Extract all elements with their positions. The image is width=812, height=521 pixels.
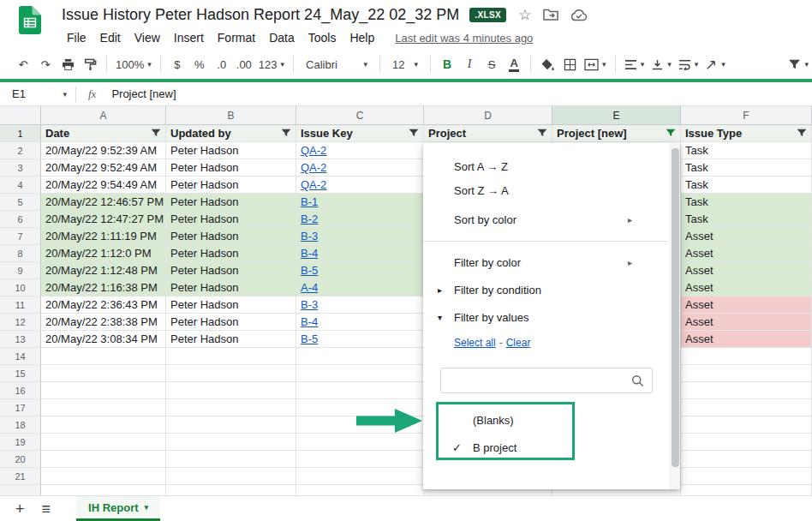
filter-icon[interactable] — [151, 129, 161, 138]
cell[interactable]: 20/May/22 1:12:0 PM — [41, 245, 166, 262]
cell[interactable]: Asset — [681, 296, 812, 314]
row-header[interactable]: 18 — [0, 416, 41, 434]
cell[interactable] — [681, 434, 812, 451]
cell[interactable]: Task — [681, 211, 812, 228]
cell[interactable]: Peter Hadson — [166, 142, 296, 159]
cell[interactable]: Asset — [681, 314, 812, 331]
menu-edit[interactable]: Edit — [93, 29, 128, 46]
cell[interactable]: 20/May/22 2:38:38 PM — [41, 314, 166, 331]
cell[interactable]: 20/May/22 2:36:43 PM — [41, 296, 166, 314]
cell[interactable] — [681, 365, 812, 382]
cell[interactable]: Asset — [681, 228, 812, 245]
cell[interactable] — [166, 365, 296, 382]
sheets-logo-icon[interactable] — [19, 6, 41, 34]
text-color-button[interactable]: A — [503, 53, 525, 75]
cell[interactable] — [166, 416, 296, 434]
menu-insert[interactable]: Insert — [167, 29, 211, 46]
cell[interactable]: Asset — [681, 245, 812, 262]
cell[interactable]: Peter Hadson — [166, 211, 296, 228]
cell[interactable] — [41, 348, 166, 365]
row-header[interactable]: 3 — [0, 159, 41, 177]
sheet-tab-ih-report[interactable]: IH Report ▾ — [76, 496, 160, 521]
zoom-select[interactable]: 100%▾ — [112, 53, 155, 75]
row-header[interactable]: 8 — [0, 245, 41, 262]
header-cell-date[interactable]: Date — [41, 125, 166, 142]
redo-button[interactable]: ↷ — [34, 53, 57, 75]
cell[interactable]: 20/May/22 9:54:49 AM — [41, 177, 166, 194]
italic-button[interactable]: I — [458, 53, 481, 75]
cell[interactable]: QA-2 — [296, 142, 424, 159]
column-header-d[interactable]: D — [424, 106, 552, 124]
cell[interactable]: Peter Hadson — [166, 314, 296, 331]
text-rotation-button[interactable]: ▾ — [702, 53, 729, 75]
cell[interactable] — [41, 382, 166, 399]
header-cell-project-new[interactable]: Project [new] — [552, 125, 681, 142]
name-box[interactable]: E1 ▾ — [0, 87, 75, 100]
cell[interactable]: B-2 — [296, 211, 424, 228]
document-title[interactable]: Issue History Peter Hadson Report 24_May… — [62, 6, 459, 24]
cloud-status-icon[interactable] — [570, 9, 588, 21]
filter-menu-scrollbar[interactable] — [670, 143, 680, 489]
column-header-c[interactable]: C — [296, 106, 424, 124]
menu-item-filter-by-values[interactable]: ▾Filter by values — [423, 306, 668, 330]
cell[interactable]: Peter Hadson — [166, 177, 296, 194]
cell[interactable]: 20/May/22 1:16:38 PM — [41, 279, 166, 296]
cell[interactable]: Task — [681, 177, 812, 194]
cell[interactable] — [166, 451, 296, 468]
cell[interactable]: QA-2 — [296, 159, 424, 177]
select-all-link[interactable]: Select all — [454, 337, 496, 349]
cell[interactable] — [296, 365, 424, 382]
row-header[interactable]: 21 — [0, 468, 41, 485]
strikethrough-button[interactable]: S — [481, 53, 503, 75]
cell[interactable]: B-4 — [296, 245, 424, 262]
cell[interactable] — [296, 451, 424, 468]
cell[interactable]: B-4 — [296, 314, 424, 331]
menu-item-filter-by-condition[interactable]: ▸Filter by condition — [423, 278, 668, 302]
cell[interactable] — [41, 399, 166, 416]
row-header-1[interactable]: 1 — [0, 125, 41, 142]
cell[interactable]: 20/May/22 9:52:49 AM — [41, 159, 166, 177]
cell[interactable]: QA-2 — [296, 177, 424, 194]
cell[interactable]: 20/May/22 9:52:39 AM — [41, 142, 166, 159]
filter-icon[interactable] — [281, 129, 291, 138]
cell[interactable]: Task — [681, 194, 812, 211]
cell[interactable] — [296, 348, 424, 365]
cell[interactable] — [41, 416, 166, 434]
cell[interactable]: Peter Hadson — [166, 228, 296, 245]
cell[interactable]: Asset — [681, 262, 812, 279]
cell[interactable] — [681, 468, 812, 485]
cell[interactable]: Peter Hadson — [166, 279, 296, 296]
cell[interactable] — [41, 485, 166, 495]
menu-tools[interactable]: Tools — [302, 29, 343, 46]
paint-format-button[interactable] — [79, 53, 101, 75]
cell[interactable]: Task — [681, 142, 812, 159]
filter-icon[interactable] — [537, 129, 547, 138]
cell[interactable] — [166, 382, 296, 399]
menu-format[interactable]: Format — [211, 29, 262, 46]
column-header-b[interactable]: B — [166, 106, 296, 124]
cell[interactable]: B-1 — [296, 194, 424, 211]
cell[interactable]: Asset — [681, 279, 812, 296]
row-header[interactable]: 10 — [0, 279, 41, 296]
row-header[interactable]: 15 — [0, 365, 41, 382]
cell[interactable] — [166, 399, 296, 416]
header-cell-updated-by[interactable]: Updated by — [166, 125, 296, 142]
cell[interactable] — [41, 434, 166, 451]
format-percent-button[interactable]: % — [188, 53, 211, 75]
decrease-decimals-button[interactable]: .0 — [211, 53, 233, 75]
merge-cells-button[interactable]: ▾ — [581, 53, 610, 75]
print-button[interactable] — [57, 53, 79, 75]
cell[interactable] — [296, 434, 424, 451]
cell[interactable] — [41, 365, 166, 382]
cell[interactable]: 20/May/22 3:08:34 PM — [41, 331, 166, 348]
row-header[interactable]: 7 — [0, 228, 41, 245]
cell[interactable]: B-5 — [296, 262, 424, 279]
filter-icon[interactable] — [409, 129, 419, 138]
menu-item-sort-za[interactable]: Sort Z → A — [423, 179, 668, 203]
cell[interactable] — [681, 485, 812, 495]
formula-input[interactable]: Project [new] — [111, 87, 176, 100]
scrollbar-thumb[interactable] — [672, 148, 679, 467]
filter-icon[interactable] — [797, 129, 807, 138]
filter-value-b-project[interactable]: ✓B project — [423, 436, 612, 460]
row-header[interactable] — [0, 485, 41, 495]
